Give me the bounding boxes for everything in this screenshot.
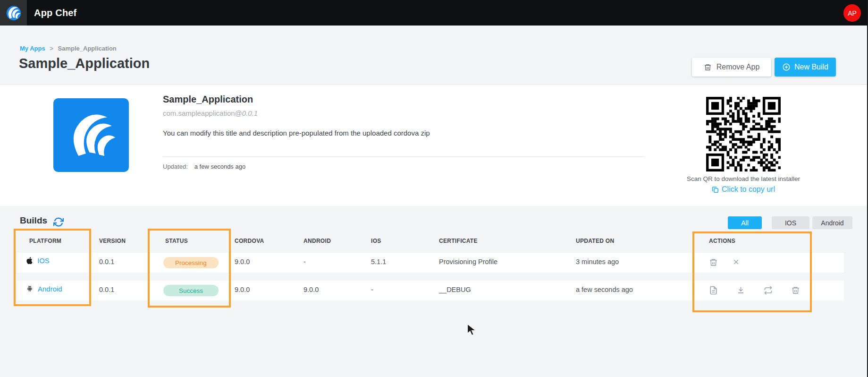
qr-block: Scan QR to download the latest installer… [675, 97, 812, 195]
app-card: Sample_Application com.sampleapplication… [0, 85, 868, 206]
trash-icon[interactable] [791, 286, 801, 295]
breadcrumb-my-apps[interactable]: My Apps [20, 45, 45, 52]
breadcrumb: My Apps > Sample_Application [20, 45, 117, 52]
column-header-platform: PLATFORM [29, 238, 61, 244]
column-header-status: STATUS [165, 238, 188, 244]
remove-app-button[interactable]: Remove App [692, 58, 771, 77]
copy-url-label: Click to copy url [722, 185, 775, 194]
refresh-icon[interactable] [53, 217, 64, 227]
android-version-cell: 9.0.0 [303, 286, 319, 293]
table-row [17, 253, 844, 273]
status-badge-success: Success [163, 285, 219, 296]
cancel-icon[interactable] [732, 258, 742, 267]
breadcrumb-current: Sample_Application [58, 45, 117, 52]
certificate-cell: Provisioning Profile [439, 258, 497, 266]
new-build-label: New Build [794, 63, 828, 71]
platform-link-ios[interactable]: IOS [37, 257, 50, 265]
copy-icon [712, 186, 719, 193]
trash-icon [704, 63, 712, 71]
app-description: You can modify this title and descriptio… [163, 129, 430, 137]
bundle-version: 0.0.1 [242, 109, 258, 117]
copy-url-link[interactable]: Click to copy url [712, 185, 775, 194]
ios-version-cell: - [371, 286, 373, 293]
column-header-actions: ACTIONS [709, 238, 735, 244]
breadcrumb-separator: > [50, 45, 53, 52]
user-avatar[interactable]: AP [843, 4, 861, 22]
ios-version-cell: 5.1.1 [371, 258, 386, 266]
topbar: App Chef AP [0, 0, 868, 26]
cordova-cell: 9.0.0 [235, 286, 250, 293]
updated-value: a few seconds ago [194, 163, 245, 170]
wave-logo-icon [62, 106, 120, 164]
version-cell: 0.0.1 [99, 258, 114, 266]
card-divider [163, 156, 644, 157]
android-version-cell: - [303, 258, 306, 266]
log-icon[interactable] [709, 286, 718, 295]
column-header-updated-on: UPDATED ON [576, 238, 614, 244]
download-icon[interactable] [736, 286, 746, 295]
qr-code [706, 97, 781, 171]
bundle-id-text: com.sampleapplication@ [163, 109, 242, 117]
app-bundle-id: com.sampleapplication@0.0.1 [163, 109, 258, 117]
app-chef-page: App Chef AP My Apps > Sample_Application… [0, 0, 868, 377]
updated-on-cell: 3 minutes ago [576, 258, 619, 266]
app-title: App Chef [34, 8, 76, 18]
trash-icon[interactable] [709, 258, 718, 267]
column-header-cordova: CORDOVA [235, 238, 264, 244]
new-build-button[interactable]: New Build [775, 58, 836, 77]
status-badge-processing: Processing [163, 257, 219, 268]
column-header-ios: IOS [371, 238, 381, 244]
updated-on-cell: a few seconds ago [576, 286, 633, 293]
page-title: Sample_Application [19, 56, 150, 71]
android-icon [26, 284, 34, 293]
rebuild-icon[interactable] [764, 286, 773, 295]
builds-title: Builds [20, 215, 47, 226]
platform-cell-ios: IOS [26, 257, 50, 265]
column-header-android: ANDROID [303, 238, 331, 244]
version-cell: 0.0.1 [99, 286, 114, 293]
platform-cell-android: Android [26, 284, 62, 293]
app-icon [53, 98, 129, 172]
app-chef-logo[interactable] [0, 0, 27, 26]
filter-all-button[interactable]: All [728, 216, 762, 229]
mouse-cursor [466, 323, 478, 336]
filter-ios-button[interactable]: IOS [772, 216, 809, 229]
updated-row: Updated:a few seconds ago [163, 163, 245, 170]
apple-icon [26, 257, 33, 265]
remove-app-label: Remove App [716, 63, 760, 71]
updated-label: Updated: [163, 163, 188, 170]
column-header-certificate: CERTIFICATE [439, 238, 478, 244]
filter-android-button[interactable]: Android [812, 216, 852, 229]
cordova-cell: 9.0.0 [235, 258, 250, 266]
qr-caption: Scan QR to download the latest installer [675, 175, 812, 182]
column-header-version: VERSION [99, 238, 126, 244]
wave-logo-icon [5, 4, 23, 22]
plus-circle-icon [782, 63, 791, 71]
app-card-title: Sample_Application [163, 94, 253, 105]
certificate-cell: __DEBUG [439, 286, 471, 293]
table-row [17, 281, 844, 300]
platform-link-android[interactable]: Android [38, 285, 62, 293]
